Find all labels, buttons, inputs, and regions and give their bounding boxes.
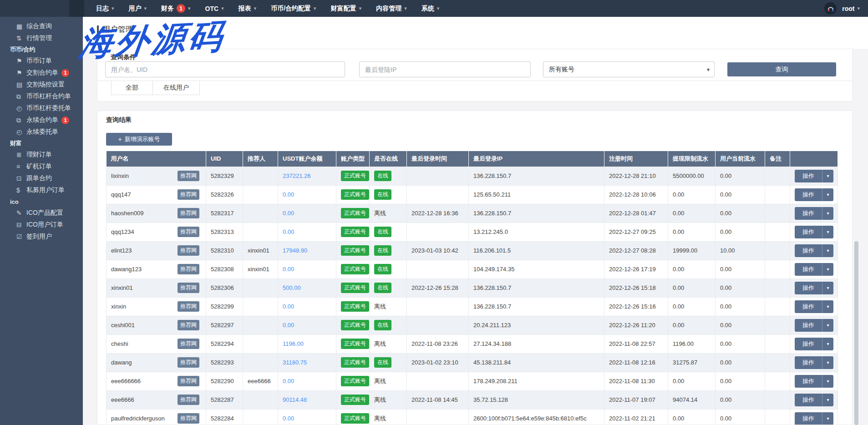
sidebar-item-4[interactable]: ⚑交割合约单1 bbox=[0, 67, 83, 79]
chevron-down-icon[interactable]: ▾ bbox=[822, 170, 833, 182]
referral-net-badge[interactable]: 推荐网 bbox=[178, 208, 199, 218]
chevron-down-icon[interactable]: ▾ bbox=[822, 244, 833, 257]
usdt-balance-link[interactable]: 0.00 bbox=[283, 228, 294, 235]
usdt-balance-link[interactable]: 17948.90 bbox=[283, 247, 307, 254]
operation-split-button[interactable]: 操作▾ bbox=[795, 226, 833, 238]
operation-split-button[interactable]: 操作▾ bbox=[795, 300, 833, 313]
operation-button-label[interactable]: 操作 bbox=[795, 282, 822, 294]
sidebar-item-18[interactable]: ☑签到用户 bbox=[0, 231, 83, 243]
usdt-balance-link[interactable]: 0.00 bbox=[283, 210, 294, 217]
sidebar-item-16[interactable]: ✎ICO产品配置 bbox=[0, 207, 83, 219]
operation-button-label[interactable]: 操作 bbox=[795, 394, 822, 406]
nav-menu-8[interactable]: 系统▾ bbox=[415, 0, 446, 17]
sidebar-item-3[interactable]: ⚑币币订单 bbox=[0, 55, 83, 67]
referral-net-badge[interactable]: 推荐网 bbox=[178, 171, 199, 181]
chevron-down-icon[interactable]: ▾ bbox=[822, 207, 833, 220]
referral-net-badge[interactable]: 推荐网 bbox=[178, 245, 199, 256]
operation-button-label[interactable]: 操作 bbox=[795, 375, 822, 388]
tab-all[interactable]: 全部 bbox=[111, 81, 152, 95]
referral-net-badge[interactable]: 推荐网 bbox=[178, 320, 199, 330]
chevron-down-icon[interactable]: ▾ bbox=[822, 282, 833, 294]
chevron-down-icon[interactable]: ▾ bbox=[822, 300, 833, 313]
operation-split-button[interactable]: 操作▾ bbox=[795, 263, 833, 276]
operation-button-label[interactable]: 操作 bbox=[795, 356, 822, 369]
referral-net-badge[interactable]: 推荐网 bbox=[178, 283, 199, 293]
nav-menu-2[interactable]: 财务1▾ bbox=[155, 0, 197, 17]
chevron-down-icon[interactable]: ▾ bbox=[822, 412, 833, 425]
usdt-balance-link[interactable]: 237221.26 bbox=[283, 172, 310, 179]
chevron-down-icon[interactable]: ▾ bbox=[822, 226, 833, 238]
sidebar-item-7[interactable]: ◴币币杠杆委托单 bbox=[0, 102, 83, 114]
operation-split-button[interactable]: 操作▾ bbox=[795, 319, 833, 332]
operation-button-label[interactable]: 操作 bbox=[795, 319, 822, 332]
referral-net-badge[interactable]: 推荐网 bbox=[178, 413, 199, 424]
operation-split-button[interactable]: 操作▾ bbox=[795, 375, 833, 388]
usdt-balance-link[interactable]: 0.00 bbox=[283, 191, 294, 198]
add-demo-account-button[interactable]: + 新增演示账号 bbox=[106, 133, 172, 146]
operation-split-button[interactable]: 操作▾ bbox=[795, 170, 833, 182]
operation-split-button[interactable]: 操作▾ bbox=[795, 338, 833, 350]
usdt-balance-link[interactable]: 0.00 bbox=[283, 266, 294, 273]
nav-menu-3[interactable]: OTC▾ bbox=[199, 0, 230, 17]
nav-menu-7[interactable]: 内容管理▾ bbox=[370, 0, 413, 17]
sidebar-item-11[interactable]: ≣理财订单 bbox=[0, 149, 83, 161]
referral-net-badge[interactable]: 推荐网 bbox=[178, 339, 199, 349]
nav-menu-1[interactable]: 用户▾ bbox=[122, 0, 153, 17]
referral-net-badge[interactable]: 推荐网 bbox=[178, 189, 199, 200]
chevron-down-icon[interactable]: ▾ bbox=[822, 338, 833, 350]
operation-button-label[interactable]: 操作 bbox=[795, 263, 822, 276]
sidebar-item-0[interactable]: ▦综合查询 bbox=[0, 20, 83, 32]
sidebar-item-17[interactable]: ⊟ICO用户订单 bbox=[0, 219, 83, 231]
operation-split-button[interactable]: 操作▾ bbox=[795, 207, 833, 220]
chevron-down-icon[interactable]: ▾ bbox=[822, 263, 833, 276]
usdt-balance-link[interactable]: 0.00 bbox=[283, 378, 294, 385]
referral-net-badge[interactable]: 推荐网 bbox=[178, 264, 199, 274]
usdt-balance-link[interactable]: 1196.00 bbox=[283, 340, 304, 347]
chevron-down-icon[interactable]: ▾ bbox=[822, 356, 833, 369]
sidebar-item-1[interactable]: ⇅行情管理 bbox=[0, 32, 83, 44]
referral-net-badge[interactable]: 推荐网 bbox=[178, 301, 199, 312]
operation-button-label[interactable]: 操作 bbox=[795, 300, 822, 313]
operation-split-button[interactable]: 操作▾ bbox=[795, 282, 833, 294]
chevron-down-icon[interactable]: ▾ bbox=[822, 394, 833, 406]
operation-split-button[interactable]: 操作▾ bbox=[795, 412, 833, 425]
nav-menu-6[interactable]: 财富配置▾ bbox=[325, 0, 368, 17]
operation-split-button[interactable]: 操作▾ bbox=[795, 394, 833, 406]
operation-button-label[interactable]: 操作 bbox=[795, 338, 822, 350]
referral-net-badge[interactable]: 推荐网 bbox=[178, 395, 199, 405]
sidebar-item-14[interactable]: $私募用户订单 bbox=[0, 184, 83, 196]
operation-button-label[interactable]: 操作 bbox=[795, 207, 822, 220]
nav-menu-5[interactable]: 币币/合约配置▾ bbox=[264, 0, 322, 17]
scrollbar-thumb[interactable] bbox=[854, 241, 858, 425]
operation-button-label[interactable]: 操作 bbox=[795, 244, 822, 257]
sidebar-item-13[interactable]: ⊡跟单合约 bbox=[0, 172, 83, 184]
referral-net-badge[interactable]: 推荐网 bbox=[178, 227, 199, 237]
usdt-balance-link[interactable]: 0.00 bbox=[283, 415, 294, 422]
sidebar-item-6[interactable]: ⧉币币杠杆合约单 bbox=[0, 91, 83, 102]
avatar[interactable] bbox=[824, 2, 837, 15]
usdt-balance-link[interactable]: 31180.75 bbox=[283, 359, 307, 366]
chevron-down-icon[interactable]: ▾ bbox=[822, 319, 833, 332]
operation-button-label[interactable]: 操作 bbox=[795, 188, 822, 201]
sidebar-item-12[interactable]: ≡矿机订单 bbox=[0, 161, 83, 172]
query-button[interactable]: 查询 bbox=[727, 62, 836, 76]
operation-button-label[interactable]: 操作 bbox=[795, 412, 822, 425]
referral-net-badge[interactable]: 推荐网 bbox=[178, 376, 199, 386]
referral-net-badge[interactable]: 推荐网 bbox=[178, 357, 199, 368]
operation-split-button[interactable]: 操作▾ bbox=[795, 188, 833, 201]
account-type-select[interactable]: 所有账号 ▾ bbox=[543, 61, 715, 77]
nav-menu-0[interactable]: 日志▾ bbox=[90, 0, 121, 17]
tab-online-users[interactable]: 在线用户 bbox=[152, 81, 200, 95]
usdt-balance-link[interactable]: 0.00 bbox=[283, 303, 294, 310]
usdt-balance-link[interactable]: 90114.48 bbox=[283, 396, 307, 403]
sidebar-item-5[interactable]: ▤交割场控设置 bbox=[0, 79, 83, 91]
search-input[interactable] bbox=[105, 61, 345, 77]
sidebar-item-9[interactable]: ◴永续委托单 bbox=[0, 126, 83, 138]
operation-button-label[interactable]: 操作 bbox=[795, 226, 822, 238]
last-login-ip-input[interactable] bbox=[359, 61, 531, 77]
operation-split-button[interactable]: 操作▾ bbox=[795, 356, 833, 369]
chevron-down-icon[interactable]: ▾ bbox=[822, 188, 833, 201]
usdt-balance-link[interactable]: 500.00 bbox=[283, 284, 301, 291]
operation-button-label[interactable]: 操作 bbox=[795, 170, 822, 182]
chevron-down-icon[interactable]: ▾ bbox=[822, 375, 833, 388]
